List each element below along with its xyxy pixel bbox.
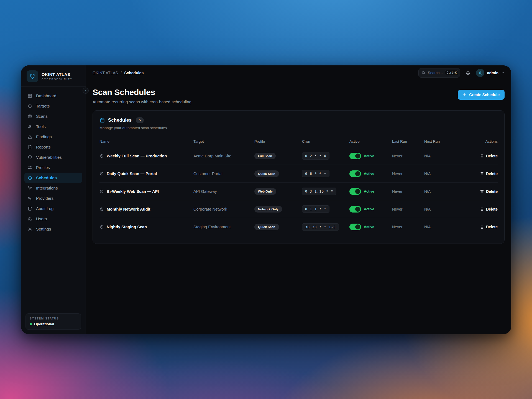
schedule-name: Bi-Weekly Web Scan — API — [107, 189, 159, 194]
active-label: Active — [364, 190, 374, 193]
notifications-button[interactable] — [466, 70, 470, 75]
delete-label: Delete — [486, 154, 498, 158]
last-run: Never — [392, 189, 424, 194]
schedule-name: Weekly Full Scan — Production — [107, 154, 167, 158]
sidebar-item-label: Vulnerabilities — [36, 155, 62, 160]
next-run: N/A — [424, 225, 466, 229]
schedule-target: API Gateway — [193, 189, 254, 194]
sidebar-item-scans[interactable]: Scans — [24, 111, 82, 121]
active-label: Active — [364, 172, 374, 176]
active-toggle[interactable] — [349, 170, 361, 177]
sidebar-item-label: Scans — [36, 114, 48, 119]
col-actions: Actions — [466, 139, 498, 144]
search-input[interactable]: Search... Ctrl+K — [418, 68, 460, 78]
sidebar-item-label: Schedules — [36, 175, 57, 180]
shield-logo-icon — [27, 70, 38, 82]
topbar: OKINT ATLAS / Schedules Search... Ctrl+K — [86, 65, 511, 80]
sidebar-item-label: Findings — [36, 134, 52, 139]
table-row: Weekly Full Scan — Production Acme Corp … — [99, 147, 498, 165]
sidebar-item-label: Tools — [36, 124, 46, 129]
sidebar-item-profiles[interactable]: Profiles — [24, 162, 82, 173]
delete-button[interactable]: Delete — [480, 207, 498, 211]
schedule-name: Daily Quick Scan — Portal — [107, 172, 157, 176]
sidebar-item-targets[interactable]: Targets — [24, 101, 82, 111]
cron-expression: 0 6 * * * — [302, 170, 329, 177]
sidebar-item-label: Users — [36, 216, 47, 221]
clock-icon — [27, 175, 32, 180]
active-toggle[interactable] — [349, 224, 361, 230]
active-toggle[interactable] — [349, 206, 361, 213]
avatar — [476, 69, 484, 77]
delete-label: Delete — [486, 207, 498, 211]
active-toggle[interactable] — [349, 153, 361, 159]
gear-icon — [27, 227, 32, 232]
sidebar-item-settings[interactable]: Settings — [24, 224, 82, 234]
sidebar-item-providers[interactable]: Providers — [24, 193, 82, 203]
page-subtitle: Automate recurring scans with cron-based… — [93, 99, 191, 104]
page-title: Scan Schedules — [93, 88, 191, 97]
brand: OKINT ATLAS CYBERSECURITY — [21, 65, 86, 87]
col-cron: Cron — [302, 139, 349, 144]
table-header-row: Name Target Profile Cron Active Last Run… — [99, 136, 498, 147]
clock-icon — [99, 154, 104, 158]
trash-icon — [480, 154, 484, 158]
clock-icon — [99, 172, 104, 176]
delete-button[interactable]: Delete — [480, 154, 498, 158]
delete-button[interactable]: Delete — [480, 225, 498, 229]
shield-alert-icon — [27, 155, 32, 160]
search-shortcut-kbd: Ctrl+K — [445, 70, 458, 75]
cron-expression: 0 3 1,15 * * — [302, 188, 336, 195]
sidebar-item-vulnerabilities[interactable]: Vulnerabilities — [24, 152, 82, 162]
trash-icon — [480, 189, 484, 193]
chevron-left-icon: ‹ — [85, 89, 86, 93]
scroll-icon — [27, 206, 32, 211]
create-schedule-button[interactable]: Create Schedule — [458, 90, 505, 100]
col-last-run: Last Run — [392, 139, 424, 144]
trash-icon — [480, 172, 484, 176]
profile-badge: Network Only — [254, 206, 282, 213]
crosshair-icon — [27, 104, 32, 109]
breadcrumb-separator: / — [121, 71, 122, 75]
sidebar-item-dashboard[interactable]: Dashboard — [24, 91, 82, 101]
col-name: Name — [99, 139, 193, 144]
col-profile: Profile — [254, 139, 302, 144]
schedule-count-badge: 5 — [136, 117, 144, 123]
wrench-icon — [27, 124, 32, 129]
warning-triangle-icon — [27, 134, 32, 139]
last-run: Never — [392, 225, 424, 229]
sidebar-item-findings[interactable]: Findings — [24, 132, 82, 142]
cron-expression: 0 1 1 * * — [302, 205, 329, 213]
col-next-run: Next Run — [424, 139, 466, 144]
cron-expression: 30 23 * * 1-5 — [302, 223, 339, 231]
schedule-name: Nightly Staging Scan — [107, 225, 147, 229]
profile-badge: Full Scan — [254, 153, 276, 159]
schedules-table: Name Target Profile Cron Active Last Run… — [99, 136, 498, 236]
sidebar-item-label: Integrations — [36, 186, 58, 190]
sidebar-item-label: Profiles — [36, 165, 50, 170]
next-run: N/A — [424, 207, 466, 211]
sidebar-item-integrations[interactable]: Integrations — [24, 183, 82, 193]
user-menu[interactable]: admin — [476, 69, 505, 77]
sidebar-item-audit-log[interactable]: Audit Log — [24, 203, 82, 214]
main-area: OKINT ATLAS / Schedules Search... Ctrl+K — [86, 65, 511, 334]
sidebar-collapse-button[interactable]: ‹ — [83, 88, 89, 94]
sidebar-item-reports[interactable]: Reports — [24, 142, 82, 152]
delete-button[interactable]: Delete — [480, 172, 498, 176]
active-label: Active — [364, 207, 374, 211]
sidebar-item-schedules[interactable]: Schedules — [24, 173, 82, 183]
last-run: Never — [392, 154, 424, 158]
trash-icon — [480, 207, 484, 211]
document-icon — [27, 145, 32, 150]
sidebar-item-users[interactable]: Users — [24, 214, 82, 224]
plus-icon — [463, 93, 467, 97]
active-toggle[interactable] — [349, 188, 361, 195]
sidebar-item-tools[interactable]: Tools — [24, 121, 82, 132]
key-icon — [27, 196, 32, 201]
breadcrumb: OKINT ATLAS / Schedules — [93, 71, 144, 75]
clock-icon — [99, 189, 104, 194]
delete-button[interactable]: Delete — [480, 189, 498, 194]
next-run: N/A — [424, 189, 466, 194]
search-icon — [421, 71, 426, 75]
breadcrumb-root[interactable]: OKINT ATLAS — [93, 71, 118, 75]
col-active: Active — [349, 139, 392, 144]
